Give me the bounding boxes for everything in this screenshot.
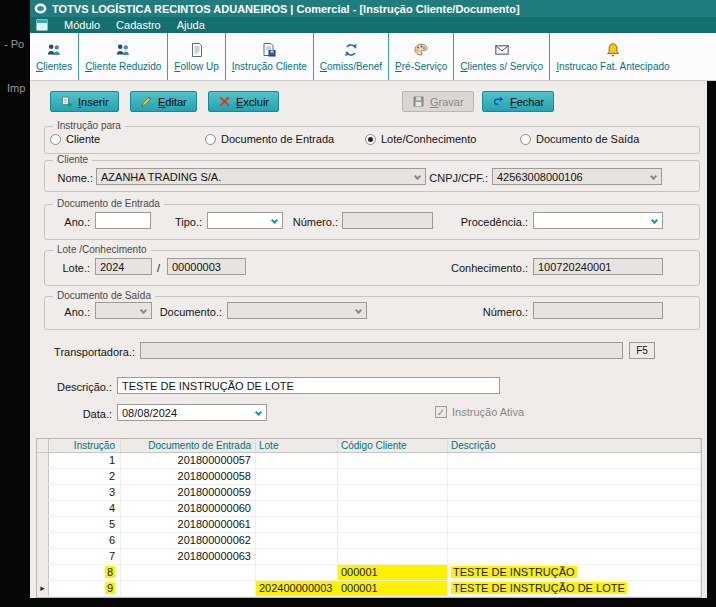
row-indicator-header xyxy=(37,439,49,452)
inserir-button[interactable]: Inserir xyxy=(50,91,119,112)
toolbar-item-label: Cliente Reduzido xyxy=(85,61,161,72)
chevron-down-icon xyxy=(414,173,421,180)
entrada-ano-input[interactable] xyxy=(95,212,151,229)
refresh-icon xyxy=(343,42,359,58)
grid-cell-text: 7 xyxy=(109,550,115,562)
radio-label: Cliente xyxy=(66,133,100,145)
grid-cell-doc-entrada: 201800000062 xyxy=(121,533,256,548)
grid-header: InstruçãoDocumento de EntradaLoteCódigo … xyxy=(37,439,701,453)
toolbar-item-instrucao-cliente[interactable]: Instrução Cliente xyxy=(226,33,313,80)
grid-cell-descricao xyxy=(448,485,701,500)
toolbar-item-clientes[interactable]: Clientes xyxy=(30,33,78,80)
toolbar-item-label: Pré-Serviço xyxy=(395,61,447,72)
saida-numero-input xyxy=(533,302,663,319)
grid-row[interactable]: ▸9202400000003000001TESTE DE INSTRUÇÃO D… xyxy=(37,581,701,597)
grid-cell-descricao xyxy=(448,469,701,484)
toolbar-item-label: Comiss/Benef xyxy=(320,61,382,72)
toolbar-item-pre-servico[interactable]: Pré-Serviço xyxy=(389,33,453,80)
current-row-indicator: ▸ xyxy=(37,581,49,596)
radio-dot-icon xyxy=(205,134,216,145)
editar-button[interactable]: Editar xyxy=(130,91,197,112)
grid-cell-text: 6 xyxy=(109,534,115,546)
entrada-tipo-combo[interactable] xyxy=(207,212,283,229)
toolbar-item-follow-up[interactable]: Follow Up xyxy=(168,33,224,80)
instrucao-ativa-label: Instrução Ativa xyxy=(452,406,524,418)
radio-dot-icon xyxy=(50,134,61,145)
menu-ajuda[interactable]: Ajuda xyxy=(177,19,205,31)
chevron-down-icon xyxy=(651,217,658,224)
menu-modulo[interactable]: Módulo xyxy=(64,19,100,31)
menu-cadastro[interactable]: Cadastro xyxy=(116,19,161,31)
grid-cell-doc-entrada: 201800000060 xyxy=(121,501,256,516)
delete-x-icon xyxy=(218,95,231,108)
grid-cell-codigo-cliente xyxy=(338,501,448,516)
radio-label: Lote/Conhecimento xyxy=(381,133,476,145)
nome-label: Nome.: xyxy=(55,172,93,184)
background-text-fragment: Imp xyxy=(7,82,25,94)
toolbar-item-cliente-reduzido[interactable]: Cliente Reduzido xyxy=(79,33,167,80)
chevron-down-icon xyxy=(650,173,657,180)
grid-cell-descricao xyxy=(448,453,701,468)
grid-cell-codigo-cliente xyxy=(338,549,448,564)
toolbar: ClientesCliente ReduzidoFollow UpInstruç… xyxy=(30,33,716,81)
excluir-button[interactable]: Excluir xyxy=(208,91,279,112)
saida-documento-combo xyxy=(227,302,367,319)
grid-row[interactable]: 4201800000060 xyxy=(37,501,701,517)
grid-row[interactable]: 3201800000059 xyxy=(37,485,701,501)
saida-ano-label: Ano.: xyxy=(58,306,90,318)
grid-row[interactable]: 6201800000062 xyxy=(37,533,701,549)
grid-cell-doc-entrada xyxy=(121,565,256,580)
grid-cell-doc-entrada: 201800000063 xyxy=(121,549,256,564)
radio-label: Documento de Saída xyxy=(536,133,639,145)
toolbar-item-clientes-s-servico[interactable]: Clientes s/ Serviço xyxy=(454,33,549,80)
grid-cell-lote xyxy=(256,485,338,500)
fechar-label: Fechar xyxy=(510,96,544,108)
chevron-down-icon xyxy=(140,307,147,314)
grid-cell-text: 3 xyxy=(109,486,115,498)
f5-lookup-button[interactable]: F5 xyxy=(629,342,655,359)
toolbar-item-instrucao-fat-antecipado[interactable]: Instrucao Fat. Antecipado xyxy=(550,33,675,80)
menubar: Módulo Cadastro Ajuda xyxy=(30,17,716,33)
radio-documento-de-saida[interactable]: Documento de Saída xyxy=(520,133,639,145)
data-combo[interactable]: 08/08/2024 xyxy=(117,404,267,421)
grid-row[interactable]: 8000001TESTE DE INSTRUÇÃO xyxy=(37,565,701,581)
grid-cell-lote xyxy=(256,565,338,580)
grid-cell-instrucao: 5 xyxy=(49,517,121,532)
grid-cell-doc-entrada: 201800000061 xyxy=(121,517,256,532)
grid-cell-descricao xyxy=(448,533,701,548)
grid-row[interactable]: 1201800000057 xyxy=(37,453,701,469)
row-indicator xyxy=(37,517,49,532)
grid-row[interactable]: 7201800000063 xyxy=(37,549,701,565)
cnpj-label: CNPJ/CPF.: xyxy=(428,172,488,184)
page-icon xyxy=(189,42,205,58)
descricao-label: Descrição.: xyxy=(54,381,112,393)
people-icon xyxy=(46,42,62,58)
fechar-button[interactable]: Fechar xyxy=(482,91,554,112)
bell-icon xyxy=(605,42,621,58)
toolbar-item-comiss-benef[interactable]: Comiss/Benef xyxy=(314,33,388,80)
radio-cliente[interactable]: Cliente xyxy=(50,133,100,145)
grid-cell-instrucao: 9 xyxy=(49,581,121,596)
conhecimento-value: 100720240001 xyxy=(538,261,611,273)
grid-cell-instrucao: 6 xyxy=(49,533,121,548)
nome-value: AZANHA TRADING S/A. xyxy=(101,171,221,183)
grid-cell-lote xyxy=(256,501,338,516)
background-text-fragment: - Po xyxy=(4,38,24,50)
procedencia-combo[interactable] xyxy=(533,212,663,229)
radio-documento-de-entrada[interactable]: Documento de Entrada xyxy=(205,133,334,145)
grid-cell-text: TESTE DE INSTRUÇÃO DE LOTE xyxy=(451,582,627,594)
lote-ano-input: 2024 xyxy=(95,258,152,275)
data-label: Data.: xyxy=(70,408,112,420)
row-indicator xyxy=(37,565,49,580)
window-title: TOTVS LOGÍSTICA RECINTOS ADUANEIROS | Co… xyxy=(52,3,520,15)
grid-cell-text: TESTE DE INSTRUÇÃO xyxy=(451,566,577,578)
descricao-input[interactable]: TESTE DE INSTRUÇÃO DE LOTE xyxy=(117,377,500,394)
grid-cell-instrucao: 4 xyxy=(49,501,121,516)
grid-row[interactable]: 5201800000061 xyxy=(37,517,701,533)
toolbar-item-label: Instrucao Fat. Antecipado xyxy=(556,61,669,72)
row-indicator xyxy=(37,533,49,548)
grid-row[interactable]: 2201800000058 xyxy=(37,469,701,485)
conhecimento-input: 100720240001 xyxy=(533,258,663,275)
conhecimento-label: Conhecimento.: xyxy=(438,262,528,274)
radio-lote-conhecimento[interactable]: Lote/Conhecimento xyxy=(365,133,476,145)
